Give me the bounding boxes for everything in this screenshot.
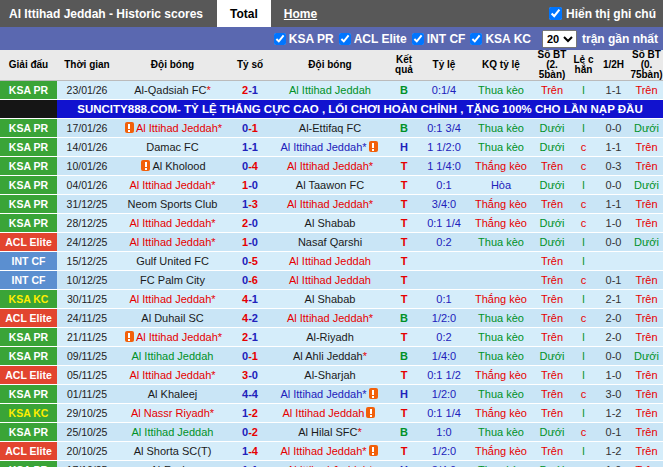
result-letter: T bbox=[388, 404, 420, 423]
result-letter: B bbox=[388, 309, 420, 328]
table-header-row: Giải đấu Thời gian Đội bóng Tỷ số Đội bó… bbox=[0, 50, 663, 81]
show-notes-checkbox[interactable] bbox=[549, 7, 562, 20]
home-advantage-star: * bbox=[211, 217, 215, 229]
match-date: 24/12/25 bbox=[57, 233, 117, 252]
match-count-select[interactable]: 20 bbox=[542, 30, 577, 48]
handicap-result: Thắng kèo bbox=[468, 195, 534, 214]
over-under-075 bbox=[630, 252, 663, 271]
col-halftime: 1/2H bbox=[597, 50, 630, 81]
match-row: KSA KC30/11/25Al Ittihad Jeddah*4-1Al Sh… bbox=[0, 290, 663, 309]
filter-int-cf: INT CF bbox=[412, 32, 466, 46]
col-away-team: Đội bóng bbox=[272, 50, 388, 81]
promo-banner[interactable]: SUNCITY888.COM- TỶ LỆ THẮNG CỰC CAO , LỐ… bbox=[57, 100, 663, 119]
away-team-cell: Al Shabab bbox=[272, 214, 388, 233]
away-goals: -3 bbox=[248, 198, 258, 210]
match-row: KSA PR04/01/26Al Ittihad Jeddah*1-0Al Ta… bbox=[0, 176, 663, 195]
odd-even: c bbox=[570, 138, 597, 157]
over-under-075: Dưới bbox=[630, 347, 663, 366]
handicap-result: Thua kèo bbox=[468, 328, 534, 347]
home-team-cell: Gulf United FC bbox=[117, 252, 228, 271]
away-team-name: Al-Riyadh bbox=[306, 331, 354, 343]
league-badge: KSA PR bbox=[0, 423, 57, 442]
over-under-25: Dưới bbox=[534, 233, 570, 252]
fulltime-score: 0-4 bbox=[228, 157, 272, 176]
home-advantage-star: * bbox=[362, 445, 366, 457]
handicap-odds: 3/4:0 bbox=[420, 461, 468, 467]
filter-ksa-pr-checkbox[interactable] bbox=[274, 33, 286, 45]
away-goals: -4 bbox=[248, 388, 258, 400]
away-team-name: Al Ahli Jeddah* bbox=[293, 350, 367, 362]
home-team-cell: Al Khaleej bbox=[117, 385, 228, 404]
home-team-cell: Al Ittihad Jeddah* bbox=[117, 214, 228, 233]
home-team-cell: FC Palm City bbox=[117, 271, 228, 290]
result-letter: T bbox=[388, 214, 420, 233]
over-under-075: Dưới bbox=[630, 233, 663, 252]
result-letter: T bbox=[388, 442, 420, 461]
over-under-075: Dưới bbox=[630, 176, 663, 195]
league-badge: KSA PR bbox=[0, 119, 57, 138]
match-row: KSA PR10/01/26Al Kholood0-4Al Ittihad Je… bbox=[0, 157, 663, 176]
away-team-cell: Al Ittihad Jeddah bbox=[272, 271, 388, 290]
over-under-075: Trên bbox=[630, 461, 663, 467]
over-under-075: Trên bbox=[630, 157, 663, 176]
match-row: ACL Elite05/11/25Al Ittihad Jeddah*3-0Al… bbox=[0, 366, 663, 385]
filter-acl-elite-checkbox[interactable] bbox=[339, 33, 351, 45]
away-goals: -4 bbox=[248, 160, 258, 172]
league-badge: KSA PR bbox=[0, 157, 57, 176]
handicap-odds: 0:1 bbox=[420, 176, 468, 195]
result-letter: T bbox=[388, 290, 420, 309]
fulltime-score: 0-5 bbox=[228, 252, 272, 271]
away-team-cell: Al Ittihad Jeddah* bbox=[272, 157, 388, 176]
over-under-075: Trên bbox=[630, 290, 663, 309]
away-team-name: Al Ittihad Jeddah* bbox=[280, 141, 366, 153]
halftime-score: 2-0 bbox=[597, 328, 630, 347]
home-advantage-star: * bbox=[218, 122, 222, 134]
away-goals: -1 bbox=[248, 141, 258, 153]
tab-total[interactable]: Total bbox=[217, 0, 271, 27]
odd-even: l bbox=[570, 119, 597, 138]
match-date: 20/10/25 bbox=[57, 442, 117, 461]
odd-even: l bbox=[570, 81, 597, 100]
over-under-25: Trên bbox=[534, 366, 570, 385]
fulltime-score: 1-0 bbox=[228, 176, 272, 195]
fulltime-score: 0-2 bbox=[228, 423, 272, 442]
handicap-odds bbox=[420, 252, 468, 271]
away-team-cell: Al Hilal SFC* bbox=[272, 423, 388, 442]
match-row: KSA PR17/01/26Al Ittihad Jeddah*0-1Al-Et… bbox=[0, 119, 663, 138]
match-row: KSA PR31/12/25Neom Sports Club1-3Al Itti… bbox=[0, 195, 663, 214]
odd-even: c bbox=[570, 195, 597, 214]
handicap-odds: 1/2:0 bbox=[420, 385, 468, 404]
halftime-score: 1-1 bbox=[597, 138, 630, 157]
away-team-name: Nasaf Qarshi bbox=[298, 236, 362, 248]
halftime-score: 0-1 bbox=[597, 271, 630, 290]
match-date: 01/11/25 bbox=[57, 385, 117, 404]
tab-home[interactable]: Home bbox=[271, 0, 330, 27]
home-advantage-star: * bbox=[211, 179, 215, 191]
over-under-25: Trên bbox=[534, 290, 570, 309]
away-team-name: Al Ittihad Jeddah* bbox=[280, 388, 366, 400]
home-team-name: Al Nassr Riyadh* bbox=[131, 407, 214, 419]
away-team-name: Al Ittihad Jeddah bbox=[289, 255, 371, 267]
result-letter: T bbox=[388, 157, 420, 176]
handicap-result: Thua kèo bbox=[468, 81, 534, 100]
handicap-odds: 0:1 bbox=[420, 290, 468, 309]
fulltime-score: 3-0 bbox=[228, 366, 272, 385]
away-team-cell: Al Ittihad Jeddah* bbox=[272, 138, 388, 157]
filter-int-cf-checkbox[interactable] bbox=[412, 33, 424, 45]
handicap-odds: 1/2:0 bbox=[420, 309, 468, 328]
handicap-odds bbox=[420, 271, 468, 290]
over-under-075: Trên bbox=[630, 214, 663, 233]
result-letter: T bbox=[388, 233, 420, 252]
away-team-cell: Al Ittihad Jeddah* bbox=[272, 309, 388, 328]
away-team-name: Al Shabab bbox=[305, 293, 356, 305]
home-team-cell: Neom Sports Club bbox=[117, 195, 228, 214]
odd-even: c bbox=[570, 157, 597, 176]
handicap-odds: 1/4:0 bbox=[420, 347, 468, 366]
halftime-score: 0-0 bbox=[597, 176, 630, 195]
handicap-result: Thắng kèo bbox=[468, 366, 534, 385]
fulltime-score: 2-1 bbox=[228, 81, 272, 100]
over-under-075: Trên bbox=[630, 442, 663, 461]
filter-ksa-kc-checkbox[interactable] bbox=[470, 33, 482, 45]
odd-even: l bbox=[570, 176, 597, 195]
away-team-name: Al Ittihad Jeddah bbox=[283, 407, 365, 419]
